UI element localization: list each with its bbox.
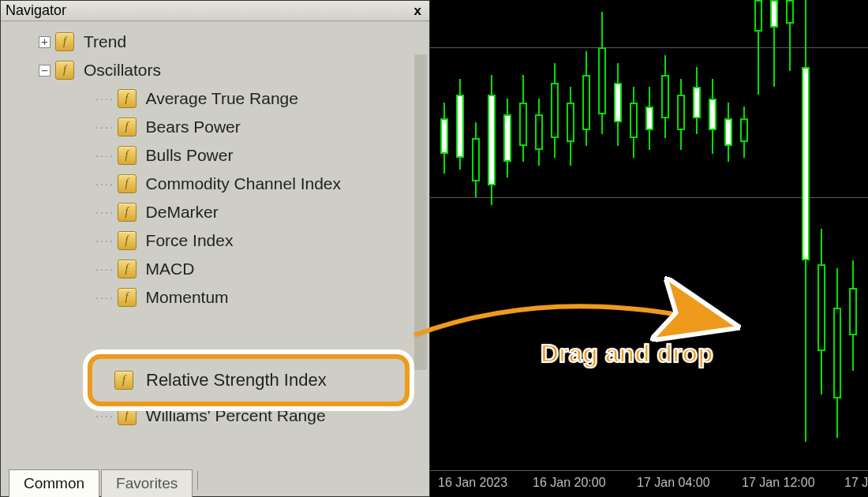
- tree-label: Average True Range: [146, 89, 298, 108]
- indicator-icon: f: [118, 260, 137, 278]
- tree-item-macd[interactable]: ····fMACD: [1, 255, 429, 283]
- candle: [739, 0, 749, 473]
- candle: [534, 0, 544, 473]
- tree-label: Bulls Power: [146, 146, 234, 165]
- candle: [582, 0, 591, 473]
- candle: [769, 0, 779, 473]
- tree-item-atr[interactable]: ····fAverage True Range: [1, 84, 429, 113]
- candle: [440, 0, 449, 473]
- candle: [817, 0, 826, 473]
- candle: [754, 0, 763, 473]
- indicator-icon: f: [118, 89, 137, 108]
- navigator-panel: Navigator x + f Trend − f Oscillators ··…: [0, 0, 430, 497]
- tree-label: Bears Power: [146, 118, 241, 136]
- candle: [629, 0, 638, 473]
- tree-connector-icon: ····: [95, 263, 114, 275]
- time-tick: 16 Jan 20:00: [533, 476, 606, 490]
- candle: [487, 0, 496, 473]
- indicator-icon: f: [118, 203, 137, 222]
- candle: [848, 0, 858, 473]
- tree-connector-icon: ····: [95, 92, 114, 105]
- tree-label: Force Index: [146, 231, 234, 250]
- tree-connector-icon: ····: [95, 234, 114, 247]
- indicator-icon: f: [55, 32, 74, 51]
- indicator-icon: f: [118, 406, 137, 425]
- indicator-icon: f: [55, 61, 74, 80]
- indicator-icon: f: [118, 118, 137, 136]
- tree-connector-icon: ····: [95, 206, 114, 219]
- tree-item-demarker[interactable]: ····fDeMarker: [1, 198, 429, 226]
- tree-label: Williams' Percent Range: [146, 406, 326, 425]
- tree-item-bears[interactable]: ····fBears Power: [1, 113, 429, 141]
- navigator-title: Navigator: [6, 2, 66, 19]
- time-tick: 16 Jan 2023: [438, 476, 507, 490]
- tree-label: Relative Strength Index: [146, 370, 327, 390]
- tree-item-force[interactable]: ····fForce Index: [1, 226, 429, 255]
- indicator-icon: f: [118, 174, 137, 193]
- tree-connector-icon: ····: [95, 291, 114, 304]
- tree-item-bulls[interactable]: ····fBulls Power: [1, 141, 429, 170]
- expand-icon[interactable]: +: [39, 36, 51, 48]
- tree-item-trend[interactable]: + f Trend: [1, 28, 429, 56]
- candle: [645, 0, 654, 473]
- time-tick: 17 J: [844, 476, 868, 490]
- indicator-icon: f: [118, 288, 137, 307]
- candle: [832, 0, 842, 473]
- tree-label: DeMarker: [146, 203, 219, 222]
- tab-common[interactable]: Common: [9, 469, 99, 497]
- tree-label: Commodity Channel Index: [146, 174, 341, 193]
- indicator-icon: f: [118, 146, 137, 165]
- tree-label: Oscillators: [84, 61, 161, 80]
- time-tick: 17 Jan 04:00: [637, 476, 710, 490]
- candle: [660, 0, 670, 473]
- tree-item-rsi-highlight[interactable]: f Relative Strength Index: [88, 354, 410, 406]
- indicator-icon: f: [118, 231, 137, 250]
- tree-item-cci[interactable]: ····fCommodity Channel Index: [1, 170, 429, 198]
- candle: [801, 0, 810, 473]
- candle: [550, 0, 559, 473]
- tree-label: MACD: [146, 260, 195, 278]
- tree-connector-icon: ····: [95, 409, 114, 422]
- navigator-tree: + f Trend − f Oscillators ····fAverage T…: [1, 21, 429, 463]
- collapse-icon[interactable]: −: [39, 65, 51, 77]
- candle: [597, 0, 607, 473]
- tree-item-momentum[interactable]: ····fMomentum: [1, 283, 429, 312]
- tree-connector-icon: ····: [95, 178, 114, 190]
- candle: [785, 0, 795, 473]
- tree-item-oscillators[interactable]: − f Oscillators: [1, 56, 429, 84]
- navigator-tabs: Common Favorites: [1, 465, 429, 496]
- close-icon[interactable]: x: [411, 3, 425, 19]
- time-axis: 16 Jan 2023 16 Jan 20:00 17 Jan 04:00 17…: [430, 470, 868, 497]
- candle: [518, 0, 528, 473]
- tree-label: Trend: [84, 32, 126, 51]
- drag-drop-label: Drag and drop: [541, 339, 713, 368]
- tree-connector-icon: ····: [95, 149, 114, 162]
- candle: [455, 0, 465, 473]
- candle: [503, 0, 512, 473]
- tab-favorites[interactable]: Favorites: [101, 469, 193, 497]
- time-tick: 17 Jan 12:00: [742, 476, 815, 490]
- candle: [708, 0, 717, 473]
- indicator-icon: f: [114, 371, 133, 390]
- candle: [613, 0, 623, 473]
- tree-label: Momentum: [146, 288, 229, 307]
- price-chart[interactable]: 16 Jan 2023 16 Jan 20:00 17 Jan 04:00 17…: [430, 0, 868, 497]
- candle: [724, 0, 733, 473]
- navigator-titlebar: Navigator x: [1, 1, 429, 21]
- candle: [566, 0, 575, 473]
- tree-connector-icon: ····: [95, 121, 114, 133]
- candle: [676, 0, 686, 473]
- tab-separator: [197, 471, 198, 490]
- candle: [471, 0, 481, 473]
- candle: [692, 0, 702, 473]
